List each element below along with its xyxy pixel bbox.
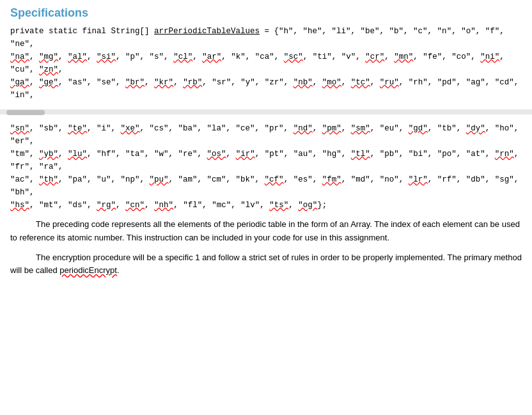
scrollbar-thumb[interactable] — [6, 110, 45, 115]
para2-end: . — [117, 265, 120, 275]
paragraph-1: The preceding code represents all the el… — [10, 218, 522, 245]
code-line3: "ga", "ge", "as", "se", "br", "kr", "rb"… — [10, 78, 519, 100]
code-block-top: private static final String[] arrPeriodi… — [10, 25, 522, 102]
page-title: Specifications — [10, 6, 522, 20]
var-name: arrPeriodicTableValues — [154, 27, 260, 36]
code-cont3: "ac", "th", "pa", "u", "np", "pu", "am",… — [10, 175, 519, 197]
code-cont2: "tm", "yb", "lu", "hf", "ta", "w", "re",… — [10, 150, 519, 171]
paragraph-2: The encryption procedure will be a speci… — [10, 251, 522, 278]
code-block-continuation: "sn", "sb", "te", "i", "xe", "cs", "ba",… — [10, 122, 522, 212]
para1-text: The preceding code represents all the el… — [10, 219, 520, 242]
code-line2: "na", "mg", "al", "si", "p", "s", "cl", … — [10, 52, 505, 74]
code-prefix: private static final String[] arrPeriodi… — [10, 27, 505, 49]
code-cont1: "sn", "sb", "te", "i", "xe", "cs", "ba",… — [10, 124, 519, 146]
code-cont4: "hs", "mt", "ds", "rg", "cn", "nh", "fl"… — [10, 201, 327, 210]
divider — [0, 109, 532, 114]
method-name: periodicEncrypt — [59, 265, 117, 275]
